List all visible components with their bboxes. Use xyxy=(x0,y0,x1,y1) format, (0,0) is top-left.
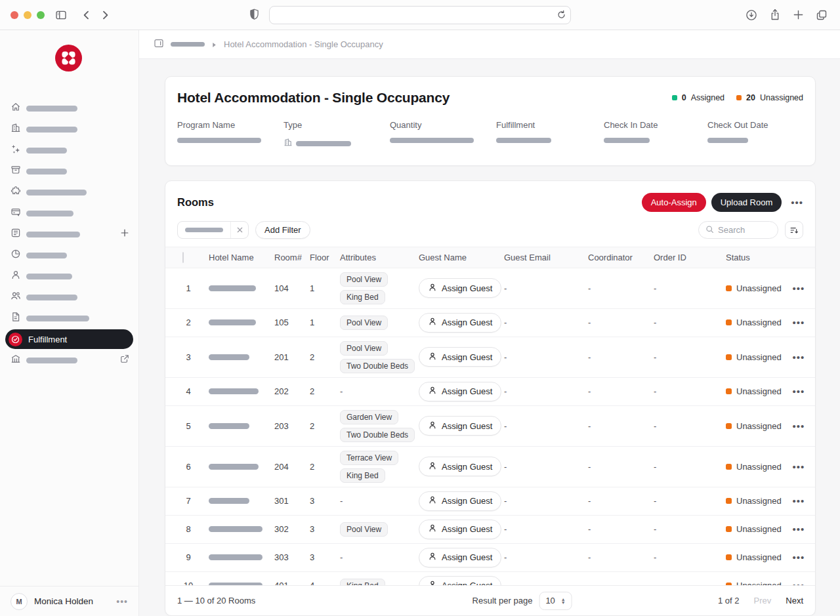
status-cell: Unassigned xyxy=(726,462,791,472)
sidebar-item-payments[interactable] xyxy=(0,203,138,224)
order-id: - xyxy=(654,581,726,585)
collapse-sidebar-icon[interactable] xyxy=(154,38,164,51)
search-box[interactable] xyxy=(698,221,778,239)
share-button[interactable] xyxy=(769,9,781,21)
prev-page-button[interactable]: Prev xyxy=(754,596,772,606)
sidebar-item-team[interactable] xyxy=(0,287,138,308)
user-menu-button[interactable]: ••• xyxy=(116,596,128,607)
select-all-checkbox[interactable] xyxy=(182,252,184,263)
col-attributes[interactable]: Attributes xyxy=(340,253,419,262)
assigned-dot xyxy=(672,95,677,100)
assign-guest-button[interactable]: Assign Guest xyxy=(419,576,501,585)
col-order-id[interactable]: Order ID xyxy=(654,253,726,262)
row-more-button[interactable]: ••• xyxy=(791,421,806,432)
close-window-button[interactable] xyxy=(10,11,18,19)
sidebar-item-home[interactable] xyxy=(0,98,138,119)
assign-guest-button[interactable]: Assign Guest xyxy=(419,548,501,567)
guest-email: - xyxy=(504,318,588,327)
sort-button[interactable] xyxy=(785,221,803,239)
active-filter-chip[interactable] xyxy=(177,221,249,239)
reload-icon[interactable] xyxy=(556,10,566,20)
sidebar-item-organization[interactable] xyxy=(0,119,138,140)
col-hotel-name[interactable]: Hotel Name xyxy=(209,253,274,262)
tab-overview-button[interactable] xyxy=(816,9,828,21)
room-number: 204 xyxy=(274,462,310,472)
table-row: 42022-Assign Guest---Unassigned••• xyxy=(165,378,815,406)
zoom-window-button[interactable] xyxy=(37,11,45,19)
privacy-shield-icon[interactable] xyxy=(249,9,260,21)
row-more-button[interactable]: ••• xyxy=(791,580,806,585)
col-room-number[interactable]: Room# xyxy=(274,253,310,262)
assign-guest-button[interactable]: Assign Guest xyxy=(419,416,501,436)
sidebar-item-profile[interactable] xyxy=(0,266,138,287)
assign-guest-button[interactable]: Assign Guest xyxy=(419,491,501,511)
table-row: 104014King BedAssign Guest---Unassigned•… xyxy=(165,572,815,585)
upload-room-button[interactable]: Upload Room xyxy=(711,193,782,212)
assign-guest-button[interactable]: Assign Guest xyxy=(419,278,501,298)
minimize-window-button[interactable] xyxy=(24,11,32,19)
rooms-more-button[interactable]: ••• xyxy=(791,197,803,208)
next-page-button[interactable]: Next xyxy=(786,596,803,606)
attributes-cell: King Bed xyxy=(340,579,419,585)
address-bar[interactable] xyxy=(269,6,571,24)
assign-guest-button[interactable]: Assign Guest xyxy=(419,457,501,476)
field-label: Check In Date xyxy=(604,120,707,130)
sidebar-user[interactable]: M Monica Holden ••• xyxy=(0,586,138,616)
assign-guest-button[interactable]: Assign Guest xyxy=(419,347,501,367)
remove-filter-icon[interactable] xyxy=(230,221,248,239)
row-more-button[interactable]: ••• xyxy=(791,461,806,472)
sidebar-item-marketplace[interactable] xyxy=(0,350,138,371)
floor: 2 xyxy=(310,421,340,431)
new-tab-button[interactable] xyxy=(793,9,804,20)
sidebar-item-reports[interactable] xyxy=(0,245,138,266)
sidebar-item-integrations[interactable] xyxy=(0,182,138,203)
table-row: 93033-Assign Guest---Unassigned••• xyxy=(165,544,815,572)
row-index: 9 xyxy=(175,552,209,562)
type-building-icon xyxy=(284,138,293,150)
assign-guest-button[interactable]: Assign Guest xyxy=(419,520,501,539)
breadcrumb-parent-skeleton[interactable] xyxy=(171,42,205,47)
floor: 3 xyxy=(310,552,340,562)
nav-label-skeleton xyxy=(26,316,89,321)
row-more-button[interactable]: ••• xyxy=(791,352,806,363)
downloads-button[interactable] xyxy=(746,9,757,21)
row-more-button[interactable]: ••• xyxy=(791,524,806,535)
external-link-icon[interactable] xyxy=(120,354,129,366)
stepper-icon: ▲▼ xyxy=(561,598,566,604)
row-more-button[interactable]: ••• xyxy=(791,495,806,506)
row-index: 10 xyxy=(175,581,209,585)
forward-button[interactable] xyxy=(99,9,111,21)
building-icon xyxy=(10,123,21,136)
row-more-button[interactable]: ••• xyxy=(791,283,806,294)
sparkles-icon xyxy=(10,144,21,157)
add-filter-button[interactable]: Add Filter xyxy=(255,221,310,239)
row-more-button[interactable]: ••• xyxy=(791,552,806,563)
col-floor[interactable]: Floor xyxy=(310,253,340,262)
search-input[interactable] xyxy=(718,225,770,235)
status-dot xyxy=(726,554,732,560)
hotel-name-skeleton xyxy=(209,464,259,470)
col-guest-email[interactable]: Guest Email xyxy=(504,253,588,262)
add-item-button[interactable] xyxy=(120,228,129,240)
col-guest-name[interactable]: Guest Name xyxy=(419,253,504,262)
status-cell: Unassigned xyxy=(726,318,791,327)
page-size-select[interactable]: 10 ▲▼ xyxy=(539,592,572,610)
auto-assign-button[interactable]: Auto-Assign xyxy=(642,193,706,212)
sidebar-item-inventory[interactable] xyxy=(0,161,138,182)
breadcrumb-current: Hotel Accommodation - Single Occupancy xyxy=(224,39,383,49)
row-more-button[interactable]: ••• xyxy=(791,317,806,328)
sidebar-item-fulfillment[interactable]: Fulfillment xyxy=(5,329,133,349)
sidebar-item-orders[interactable] xyxy=(0,224,138,245)
sidebar-item-ai[interactable] xyxy=(0,140,138,161)
col-status[interactable]: Status xyxy=(726,253,791,262)
person-icon xyxy=(428,461,437,472)
assign-guest-button[interactable]: Assign Guest xyxy=(419,313,501,333)
guest-email: - xyxy=(504,352,588,362)
sidebar-item-documents[interactable] xyxy=(0,308,138,329)
col-coordinator[interactable]: Coordinator xyxy=(588,253,654,262)
sidebar-toggle-icon[interactable] xyxy=(55,9,67,21)
assign-guest-button[interactable]: Assign Guest xyxy=(419,382,501,401)
row-more-button[interactable]: ••• xyxy=(791,386,806,397)
nav-label-skeleton xyxy=(26,358,77,363)
back-button[interactable] xyxy=(81,9,93,21)
